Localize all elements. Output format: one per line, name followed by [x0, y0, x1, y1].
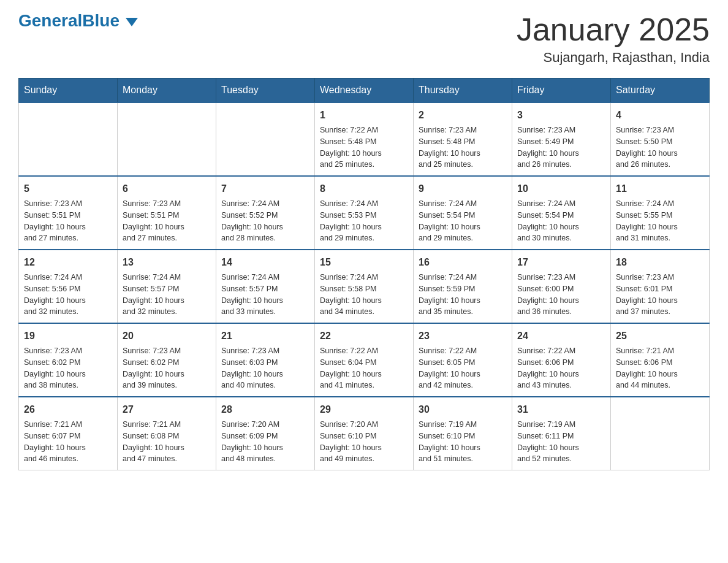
- day-number: 24: [517, 329, 605, 343]
- day-number: 25: [616, 329, 704, 343]
- calendar-cell: 27Sunrise: 7:21 AMSunset: 6:08 PMDayligh…: [118, 397, 216, 470]
- day-number: 28: [221, 402, 309, 417]
- day-info: Sunrise: 7:23 AMSunset: 5:51 PMDaylight:…: [123, 198, 211, 244]
- calendar-cell: 10Sunrise: 7:24 AMSunset: 5:54 PMDayligh…: [512, 176, 611, 250]
- day-info: Sunrise: 7:24 AMSunset: 5:54 PMDaylight:…: [419, 198, 507, 244]
- day-info: Sunrise: 7:23 AMSunset: 5:49 PMDaylight:…: [517, 124, 605, 170]
- col-header-sunday: Sunday: [19, 79, 118, 103]
- calendar-cell: 19Sunrise: 7:23 AMSunset: 6:02 PMDayligh…: [19, 323, 118, 397]
- day-number: 7: [221, 182, 309, 196]
- calendar-cell: [216, 102, 315, 176]
- day-info: Sunrise: 7:24 AMSunset: 5:53 PMDaylight:…: [320, 198, 408, 244]
- title-block: January 2025 Sujangarh, Rajasthan, India: [517, 12, 710, 66]
- day-number: 29: [320, 402, 408, 417]
- calendar-cell: 13Sunrise: 7:24 AMSunset: 5:57 PMDayligh…: [118, 250, 216, 323]
- calendar-cell: 5Sunrise: 7:23 AMSunset: 5:51 PMDaylight…: [19, 176, 118, 250]
- logo-blue: Blue: [82, 11, 119, 30]
- calendar-cell: 2Sunrise: 7:23 AMSunset: 5:48 PMDaylight…: [414, 102, 512, 176]
- day-info: Sunrise: 7:21 AMSunset: 6:06 PMDaylight:…: [616, 345, 704, 391]
- calendar-cell: 20Sunrise: 7:23 AMSunset: 6:02 PMDayligh…: [118, 323, 216, 397]
- day-info: Sunrise: 7:23 AMSunset: 6:02 PMDaylight:…: [24, 345, 112, 391]
- day-info: Sunrise: 7:22 AMSunset: 5:48 PMDaylight:…: [320, 124, 408, 170]
- calendar-table: SundayMondayTuesdayWednesdayThursdayFrid…: [18, 78, 710, 470]
- week-row-1: 1Sunrise: 7:22 AMSunset: 5:48 PMDaylight…: [19, 102, 710, 176]
- day-info: Sunrise: 7:21 AMSunset: 6:08 PMDaylight:…: [123, 419, 211, 465]
- week-row-2: 5Sunrise: 7:23 AMSunset: 5:51 PMDaylight…: [19, 176, 710, 250]
- day-number: 6: [123, 182, 211, 196]
- day-number: 18: [616, 255, 704, 270]
- calendar-cell: [118, 102, 216, 176]
- day-number: 14: [221, 255, 309, 270]
- logo: GeneralBlue: [18, 12, 138, 29]
- day-info: Sunrise: 7:24 AMSunset: 5:57 PMDaylight:…: [221, 272, 309, 318]
- col-header-saturday: Saturday: [611, 79, 710, 103]
- week-row-3: 12Sunrise: 7:24 AMSunset: 5:56 PMDayligh…: [19, 250, 710, 323]
- day-info: Sunrise: 7:24 AMSunset: 5:55 PMDaylight:…: [616, 198, 704, 244]
- calendar-cell: 3Sunrise: 7:23 AMSunset: 5:49 PMDaylight…: [512, 102, 611, 176]
- calendar-cell: 12Sunrise: 7:24 AMSunset: 5:56 PMDayligh…: [19, 250, 118, 323]
- day-number: 17: [517, 255, 605, 270]
- day-number: 10: [517, 182, 605, 196]
- calendar-cell: 25Sunrise: 7:21 AMSunset: 6:06 PMDayligh…: [611, 323, 710, 397]
- week-row-5: 26Sunrise: 7:21 AMSunset: 6:07 PMDayligh…: [19, 397, 710, 470]
- day-info: Sunrise: 7:20 AMSunset: 6:10 PMDaylight:…: [320, 419, 408, 465]
- calendar-cell: 21Sunrise: 7:23 AMSunset: 6:03 PMDayligh…: [216, 323, 315, 397]
- day-info: Sunrise: 7:23 AMSunset: 5:50 PMDaylight:…: [616, 124, 704, 170]
- calendar-cell: 8Sunrise: 7:24 AMSunset: 5:53 PMDaylight…: [315, 176, 414, 250]
- calendar-cell: 26Sunrise: 7:21 AMSunset: 6:07 PMDayligh…: [19, 397, 118, 470]
- day-number: 16: [419, 255, 507, 270]
- calendar-cell: 9Sunrise: 7:24 AMSunset: 5:54 PMDaylight…: [414, 176, 512, 250]
- calendar-cell: 22Sunrise: 7:22 AMSunset: 6:04 PMDayligh…: [315, 323, 414, 397]
- location-text: Sujangarh, Rajasthan, India: [517, 50, 710, 66]
- day-number: 9: [419, 182, 507, 196]
- day-number: 15: [320, 255, 408, 270]
- calendar-cell: 4Sunrise: 7:23 AMSunset: 5:50 PMDaylight…: [611, 102, 710, 176]
- month-title: January 2025: [517, 12, 710, 47]
- calendar-cell: 29Sunrise: 7:20 AMSunset: 6:10 PMDayligh…: [315, 397, 414, 470]
- week-row-4: 19Sunrise: 7:23 AMSunset: 6:02 PMDayligh…: [19, 323, 710, 397]
- col-header-thursday: Thursday: [414, 79, 512, 103]
- day-number: 21: [221, 329, 309, 343]
- calendar-cell: [611, 397, 710, 470]
- day-info: Sunrise: 7:23 AMSunset: 6:03 PMDaylight:…: [221, 345, 309, 391]
- day-info: Sunrise: 7:23 AMSunset: 5:51 PMDaylight:…: [24, 198, 112, 244]
- day-number: 30: [419, 402, 507, 417]
- calendar-cell: 28Sunrise: 7:20 AMSunset: 6:09 PMDayligh…: [216, 397, 315, 470]
- col-header-tuesday: Tuesday: [216, 79, 315, 103]
- day-info: Sunrise: 7:20 AMSunset: 6:09 PMDaylight:…: [221, 419, 309, 465]
- day-info: Sunrise: 7:23 AMSunset: 6:01 PMDaylight:…: [616, 272, 704, 318]
- calendar-cell: 14Sunrise: 7:24 AMSunset: 5:57 PMDayligh…: [216, 250, 315, 323]
- col-header-wednesday: Wednesday: [315, 79, 414, 103]
- col-header-friday: Friday: [512, 79, 611, 103]
- calendar-cell: [19, 102, 118, 176]
- calendar-cell: 24Sunrise: 7:22 AMSunset: 6:06 PMDayligh…: [512, 323, 611, 397]
- day-info: Sunrise: 7:19 AMSunset: 6:10 PMDaylight:…: [419, 419, 507, 465]
- day-info: Sunrise: 7:23 AMSunset: 6:02 PMDaylight:…: [123, 345, 211, 391]
- day-number: 5: [24, 182, 112, 196]
- calendar-cell: 11Sunrise: 7:24 AMSunset: 5:55 PMDayligh…: [611, 176, 710, 250]
- calendar-cell: 16Sunrise: 7:24 AMSunset: 5:59 PMDayligh…: [414, 250, 512, 323]
- day-number: 3: [517, 108, 605, 123]
- calendar-cell: 23Sunrise: 7:22 AMSunset: 6:05 PMDayligh…: [414, 323, 512, 397]
- day-info: Sunrise: 7:23 AMSunset: 5:48 PMDaylight:…: [419, 124, 507, 170]
- calendar-cell: 17Sunrise: 7:23 AMSunset: 6:00 PMDayligh…: [512, 250, 611, 323]
- day-info: Sunrise: 7:24 AMSunset: 5:59 PMDaylight:…: [419, 272, 507, 318]
- day-number: 19: [24, 329, 112, 343]
- day-info: Sunrise: 7:24 AMSunset: 5:57 PMDaylight:…: [123, 272, 211, 318]
- day-number: 20: [123, 329, 211, 343]
- calendar-cell: 31Sunrise: 7:19 AMSunset: 6:11 PMDayligh…: [512, 397, 611, 470]
- day-number: 26: [24, 402, 112, 417]
- calendar-cell: 15Sunrise: 7:24 AMSunset: 5:58 PMDayligh…: [315, 250, 414, 323]
- day-number: 8: [320, 182, 408, 196]
- day-number: 31: [517, 402, 605, 417]
- day-info: Sunrise: 7:22 AMSunset: 6:05 PMDaylight:…: [419, 345, 507, 391]
- col-header-monday: Monday: [118, 79, 216, 103]
- day-number: 1: [320, 108, 408, 123]
- calendar-cell: 7Sunrise: 7:24 AMSunset: 5:52 PMDaylight…: [216, 176, 315, 250]
- day-number: 22: [320, 329, 408, 343]
- day-info: Sunrise: 7:24 AMSunset: 5:58 PMDaylight:…: [320, 272, 408, 318]
- calendar-cell: 1Sunrise: 7:22 AMSunset: 5:48 PMDaylight…: [315, 102, 414, 176]
- day-number: 2: [419, 108, 507, 123]
- day-info: Sunrise: 7:21 AMSunset: 6:07 PMDaylight:…: [24, 419, 112, 465]
- calendar-cell: 18Sunrise: 7:23 AMSunset: 6:01 PMDayligh…: [611, 250, 710, 323]
